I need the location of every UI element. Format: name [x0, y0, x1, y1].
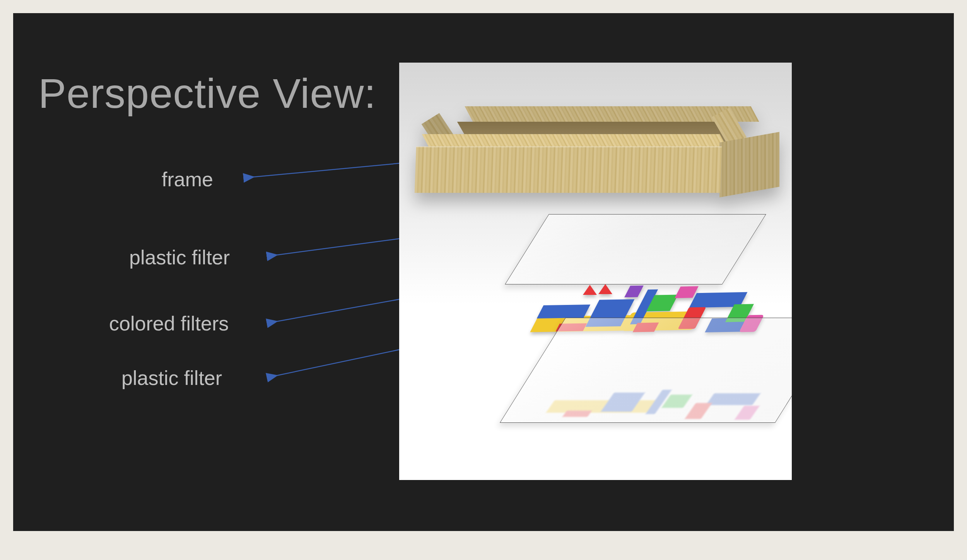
- slide-canvas: Perspective View: frame plastic filter c…: [13, 13, 954, 531]
- slide-title: Perspective View:: [38, 69, 376, 117]
- layer-reflection: [505, 386, 781, 439]
- label-frame: frame: [162, 168, 213, 191]
- layer-frame: [415, 88, 782, 204]
- label-colored-filters: colored filters: [109, 312, 229, 335]
- render-panel: [399, 63, 792, 480]
- label-plastic-filter-top: plastic filter: [129, 246, 230, 269]
- layer-plastic-filter-top: [505, 214, 766, 284]
- label-plastic-filter-bottom: plastic filter: [121, 366, 222, 390]
